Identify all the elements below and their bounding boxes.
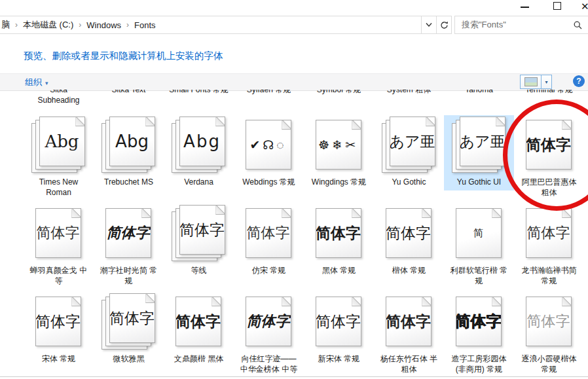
font-name-label: Sylfaen 常规 (247, 90, 291, 113)
refresh-button[interactable] (436, 16, 451, 33)
font-item[interactable]: 简体字仿宋 常规 (234, 204, 304, 279)
font-item[interactable]: ✔☊◌Webdings 常规 (234, 115, 304, 190)
view-options-dropdown-button[interactable]: ▾ (542, 75, 552, 89)
breadcrumb-item-local-disk-c[interactable]: 本地磁盘 (C:) (23, 19, 73, 31)
font-name-label: 阿里巴巴普惠体 粗体 (519, 177, 579, 198)
font-item[interactable]: 简体字宋体 常规 (24, 292, 94, 367)
font-item[interactable]: 简体字新宋体 常规 (304, 292, 374, 367)
address-bar[interactable]: 脑 › 本地磁盘 (C:) › Windows › Fonts (0, 16, 452, 34)
change-view-button[interactable] (520, 75, 542, 89)
font-item[interactable]: あア亜Yu Gothic (374, 115, 444, 190)
font-item[interactable]: 简体字黑体 常规 (304, 204, 374, 279)
search-input[interactable]: 搜索"Fonts" (455, 19, 571, 31)
font-item[interactable]: AbgTimes New Roman (24, 115, 94, 201)
address-dropdown-button[interactable] (421, 16, 436, 33)
font-preview-tile: Abg (172, 117, 227, 174)
breadcrumb-item-windows[interactable]: Windows (86, 20, 121, 30)
page-icon: 简体字 (456, 297, 502, 346)
font-item[interactable]: あア亜Yu Gothic UI (444, 115, 514, 190)
font-item[interactable]: 简体字潮字社时光简 常规 (94, 204, 164, 289)
font-name-label: 新宋体 常规 (318, 353, 359, 364)
command-toolbar: 组织▾ ▾ ? (0, 73, 588, 91)
font-item[interactable]: 简体字造字工房彩园体 (非商用) 常规 (444, 292, 514, 378)
font-item[interactable]: ☸❄✂Wingdings 常规 (304, 115, 374, 190)
partially-scrolled-row: Sitka SubheadingSitka TextSmall Fonts 常规… (0, 90, 588, 113)
font-preview-tile: Abg (31, 117, 86, 174)
breadcrumb-item-fonts[interactable]: Fonts (134, 20, 156, 30)
font-preview-tile: 简体字 (382, 293, 437, 351)
font-preview-glyph: 简体字 (526, 135, 571, 155)
font-preview-tile: 简体字 (452, 293, 507, 351)
font-item[interactable]: 简体字向佳红字迹——中华金榜体 中等 (234, 292, 304, 378)
breadcrumb-separator-icon: › (126, 20, 129, 29)
breadcrumb: 脑 › 本地磁盘 (C:) › Windows › Fonts (0, 19, 421, 31)
breadcrumb-item-computer[interactable]: 脑 (1, 19, 10, 31)
font-item[interactable]: Tahoma (444, 90, 514, 113)
font-name-label: Terminal 常规 (525, 90, 573, 113)
font-preview-glyph: 简 (473, 227, 483, 240)
font-name-label: 黑体 常规 (322, 265, 356, 276)
font-preview-glyph: 简体字 (175, 312, 221, 332)
page-icon: 简体字 (246, 297, 291, 346)
font-item[interactable]: 简体字杨任东竹石体 半粗体 (374, 292, 444, 378)
maximize-button[interactable] (553, 2, 561, 10)
font-preview-glyph: Abg (115, 132, 149, 151)
command-link-preview-fonts[interactable]: 预览、删除或者显示和隐藏计算机上安装的字体 (24, 50, 223, 61)
font-item[interactable]: 简体字阿里巴巴普惠体 粗体 (514, 115, 584, 201)
font-preview-tile: 简体字 (101, 205, 156, 262)
font-preview-glyph: 简体字 (107, 223, 150, 243)
font-name-label: Sitka Text (112, 90, 146, 113)
font-preview-glyph: 简体字 (35, 312, 81, 332)
font-preview-tile: 简体字 (522, 117, 577, 174)
font-item[interactable]: 简体字蝉羽真颜金戈 中等 (24, 204, 94, 289)
font-name-label: Wingdings 常规 (312, 177, 366, 187)
font-item[interactable]: Sitka Subheading (24, 90, 94, 113)
minimize-button[interactable] (521, 7, 529, 8)
font-grid-row: 简体字蝉羽真颜金戈 中等简体字潮字社时光简 常规简体字等线简体字仿宋 常规简体字… (0, 204, 588, 292)
font-item[interactable]: AbgVerdana (164, 115, 234, 190)
font-preview-glyph: 简体字 (386, 223, 431, 244)
font-name-label: Trebuchet MS (104, 177, 153, 187)
page-icon: 简体字 (109, 293, 155, 343)
font-name-label: Sitka Subheading (29, 90, 89, 113)
font-item[interactable]: System 粗体 (374, 90, 444, 113)
font-preview-glyph: あア亜 (390, 132, 435, 152)
font-preview-tile: ✔☊◌ (242, 117, 297, 174)
search-icon[interactable] (571, 21, 588, 29)
font-preview-glyph: 简体字 (316, 223, 361, 244)
font-item[interactable]: Sitka Text (94, 90, 164, 113)
font-item[interactable]: 简体字逐浪小霞硬楷体 常规 (514, 292, 584, 378)
page-icon: 简体字 (179, 205, 225, 255)
font-item[interactable]: 简体字文鼎颜楷 黑体 (164, 292, 234, 367)
font-item[interactable]: 简体字微软雅黑 (94, 292, 164, 367)
font-item[interactable]: 简体字等线 (164, 204, 234, 279)
page-icon: 简体字 (386, 208, 432, 258)
font-item[interactable]: 简体字龙书瀚临禅书简 常规 (514, 204, 584, 289)
help-button[interactable]: ? (573, 75, 585, 87)
font-name-label: 造字工房彩园体 (非商用) 常规 (449, 353, 509, 374)
font-preview-tile: 简体字 (522, 293, 577, 351)
organize-menu-button[interactable]: 组织▾ (25, 74, 48, 90)
search-box[interactable]: 搜索"Fonts" (454, 16, 588, 34)
page-icon: 简体字 (526, 120, 572, 170)
font-name-label: 杨任东竹石体 半粗体 (379, 353, 439, 374)
font-item[interactable]: Small Fonts 常规 (164, 90, 234, 113)
close-button[interactable]: ✕ (581, 1, 588, 12)
page-icon: ✔☊◌ (246, 120, 291, 170)
font-item[interactable]: 简体字楷体 常规 (374, 204, 444, 279)
font-item[interactable]: Terminal 常规 (514, 90, 584, 113)
breadcrumb-separator-icon: › (15, 20, 18, 29)
font-item[interactable]: Sylfaen 常规 (234, 90, 304, 113)
font-name-label: Webdings 常规 (242, 177, 295, 187)
font-item[interactable]: Symbol 常规 (304, 90, 374, 113)
thumbnail-view-icon (524, 77, 538, 86)
font-name-label: Symbol 常规 (317, 90, 361, 113)
font-name-label: System 粗体 (387, 90, 431, 113)
font-item[interactable]: 简利群软笔行楷 常规 (444, 204, 514, 289)
font-preview-glyph: 简体字 (109, 308, 155, 329)
page-icon: 简体字 (35, 297, 81, 346)
font-item[interactable]: AbgTrebuchet MS (94, 115, 164, 190)
font-grid-row: AbgTimes New RomanAbgTrebuchet MSAbgVerd… (0, 115, 588, 204)
font-grid-row: 简体字宋体 常规简体字微软雅黑简体字文鼎颜楷 黑体简体字向佳红字迹——中华金榜体… (0, 292, 588, 379)
breadcrumb-separator-icon: › (79, 20, 81, 29)
